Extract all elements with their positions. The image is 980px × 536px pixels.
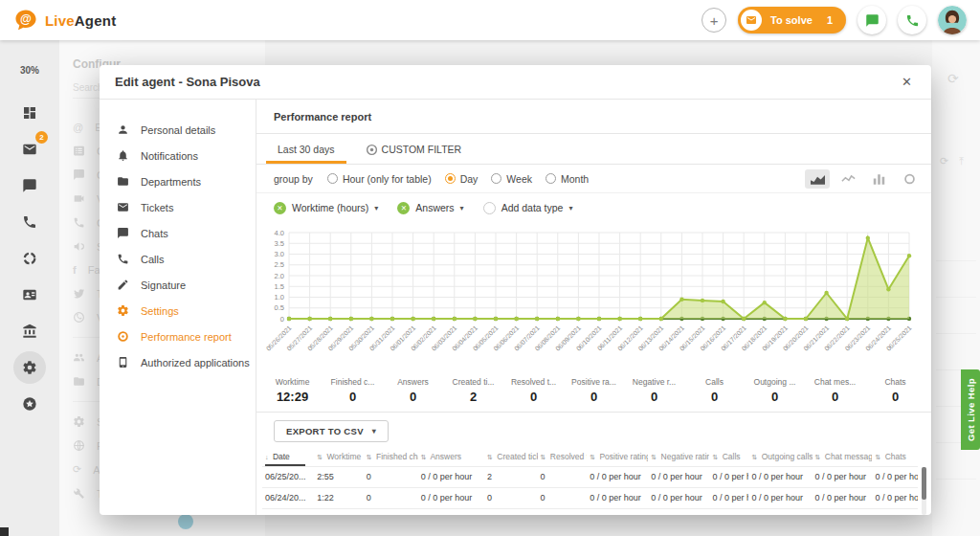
bank-icon — [22, 324, 37, 339]
radio-icon — [546, 173, 556, 184]
chevron-down-icon: ▾ — [372, 427, 376, 436]
remove-series-icon[interactable]: ✕ — [274, 202, 286, 214]
report-tab[interactable]: CUSTOM FILTER — [350, 134, 478, 164]
dashboard-grid-icon — [22, 105, 37, 121]
table-cell: 06/25/20... — [262, 467, 314, 487]
area-chart-icon[interactable] — [805, 169, 830, 189]
sidebar-item-chats[interactable] — [13, 169, 46, 202]
radio-icon — [327, 173, 338, 184]
series-chips-row: ✕ Worktime (hours) ▾ ✕ Answers ▾ Add dat… — [256, 193, 931, 222]
liveagent-bubble-icon: @ — [13, 8, 38, 33]
series-chip[interactable]: ✕ Answers ▾ — [397, 202, 463, 214]
sidebar-item-automation[interactable] — [13, 242, 46, 275]
table-cell: 0 — [538, 509, 588, 515]
nav-item[interactable]: Chats — [100, 220, 256, 246]
table-scrollbar-thumb[interactable] — [922, 467, 926, 500]
table-cell: 0 / 0 per hour — [813, 509, 873, 515]
svg-text:0.5: 0.5 — [275, 303, 284, 312]
chevron-down-icon[interactable]: ▾ — [460, 204, 464, 212]
svg-text:2.5: 2.5 — [275, 260, 284, 269]
sidebar-item-configuration[interactable] — [13, 351, 46, 384]
stat-item: Worktime 12:29 — [262, 377, 323, 404]
bar-chart-icon[interactable] — [866, 169, 891, 189]
table-column-header[interactable]: ⇅ ↓ Worktime — [314, 448, 364, 466]
table-column-header[interactable]: ⇅ ↓ Chat message — [813, 448, 873, 466]
phone-icon — [22, 214, 37, 230]
radio-icon — [491, 173, 501, 184]
table-column-header[interactable]: ⇅ ↓ Positive rating — [587, 448, 648, 466]
to-solve-button[interactable]: To solve 1 — [738, 7, 846, 34]
stat-item: Finished c... 0 — [323, 377, 383, 404]
nav-item[interactable]: Calls — [100, 246, 256, 272]
sidebar-item-dashboard[interactable] — [13, 97, 46, 129]
sidebar-item-calls[interactable] — [13, 206, 46, 238]
close-icon[interactable]: ✕ — [898, 73, 916, 91]
nav-item[interactable]: Settings — [100, 298, 256, 324]
nav-item[interactable]: Performance report — [100, 324, 256, 349]
create-new-button[interactable]: + — [702, 8, 726, 33]
group-by-radio[interactable]: Week — [491, 173, 532, 185]
donut-chart-icon[interactable] — [897, 169, 922, 189]
group-by-radio[interactable]: Month — [546, 173, 589, 185]
series-chip[interactable]: ✕ Worktime (hours) ▾ — [274, 202, 378, 214]
tablet-icon — [117, 356, 129, 368]
sidebar-item-tickets[interactable]: 2 — [13, 133, 46, 166]
nav-item[interactable]: Personal details — [100, 117, 256, 143]
table-column-header[interactable]: ⇅ ↓ Chats — [872, 448, 918, 466]
stat-item: Positive ra... 0 — [564, 377, 624, 404]
chevron-down-icon[interactable]: ▾ — [374, 204, 378, 212]
table-cell: 0 / 0 per hour — [587, 467, 648, 487]
phone-button[interactable] — [898, 6, 926, 34]
chevron-down-icon[interactable]: ▾ — [568, 204, 572, 212]
table-cell: 0 / 0 per hour — [587, 488, 648, 508]
nav-item[interactable]: Tickets — [100, 194, 256, 220]
usage-percent: 30% — [20, 65, 39, 76]
series-chip[interactable]: Add data type ▾ — [483, 202, 573, 214]
get-live-help-button[interactable]: Get Live Help — [961, 369, 980, 450]
nav-item[interactable]: Signature — [100, 272, 256, 298]
sidebar-item-billing[interactable] — [13, 315, 46, 347]
sidebar-item-customers[interactable] — [13, 279, 46, 311]
table-cell: 0 — [484, 509, 538, 515]
liveagent-logo[interactable]: @ LiveAgent — [13, 8, 116, 33]
section-title: Performance report — [256, 100, 931, 134]
nav-item[interactable]: Notifications — [100, 143, 256, 168]
group-by-radio[interactable]: Day — [445, 173, 479, 185]
svg-text:0: 0 — [280, 315, 284, 324]
remove-series-icon[interactable]: ✕ — [397, 202, 410, 214]
svg-text:@: @ — [20, 12, 32, 26]
table-cell: 0 / 0 per hour — [648, 467, 709, 487]
line-chart-icon[interactable] — [835, 169, 860, 189]
user-avatar[interactable] — [938, 6, 967, 34]
to-solve-label: To solve — [770, 14, 813, 26]
summary-stats-row: Worktime 12:29 Finished c... 0 Answers 0 — [256, 371, 931, 413]
group-by-radio[interactable]: Hour (only for table) — [327, 173, 432, 185]
performance-chart: 00.51.01.52.02.53.03.54.005/26/202105/27… — [256, 222, 931, 371]
table-cell: 0 — [484, 488, 538, 508]
sort-icon: ⇅ — [751, 454, 757, 460]
report-tabs: Last 30 days CUSTOM FILTER — [256, 134, 931, 165]
table-column-header[interactable]: ⇅ ↓ Resolved ticke — [538, 448, 588, 466]
table-column-header[interactable]: ⇅ ↓ Outgoing calls — [748, 448, 812, 466]
table-column-header[interactable]: ⇅ ↓ Calls — [709, 448, 748, 466]
contact-card-icon — [22, 287, 37, 302]
table-cell: 0 — [364, 488, 418, 508]
table-cell: 0 / 0 per hour — [748, 488, 812, 508]
table-column-header[interactable]: ⇅ ↓ Date — [262, 448, 314, 466]
table-column-header[interactable]: ⇅ ↓ Created tickets — [484, 448, 538, 466]
remove-series-icon[interactable] — [483, 202, 496, 214]
nav-item[interactable]: Authorized applications — [100, 349, 256, 375]
report-tab[interactable]: Last 30 days — [262, 134, 350, 164]
sort-icon: ⇅ — [541, 454, 546, 460]
sidebar-item-gamification[interactable] — [13, 388, 46, 420]
nav-item[interactable]: Departments — [100, 168, 256, 194]
table-column-header[interactable]: ⇅ ↓ Answers — [418, 448, 484, 466]
table-column-header[interactable]: ⇅ ↓ Finished chats — [364, 448, 418, 466]
chat-button[interactable] — [858, 6, 886, 34]
table-column-header[interactable]: ⇅ ↓ Negative rating — [648, 448, 709, 466]
stat-item: Resolved t... 0 — [503, 377, 564, 404]
sort-icon: ⇅ — [815, 454, 821, 460]
modal-nav: Personal details Notifications Departmen… — [100, 100, 256, 515]
export-to-csv-button[interactable]: EXPORT TO CSV ▾ — [274, 420, 389, 442]
table-cell: 0 / 0 per hour — [872, 509, 918, 515]
